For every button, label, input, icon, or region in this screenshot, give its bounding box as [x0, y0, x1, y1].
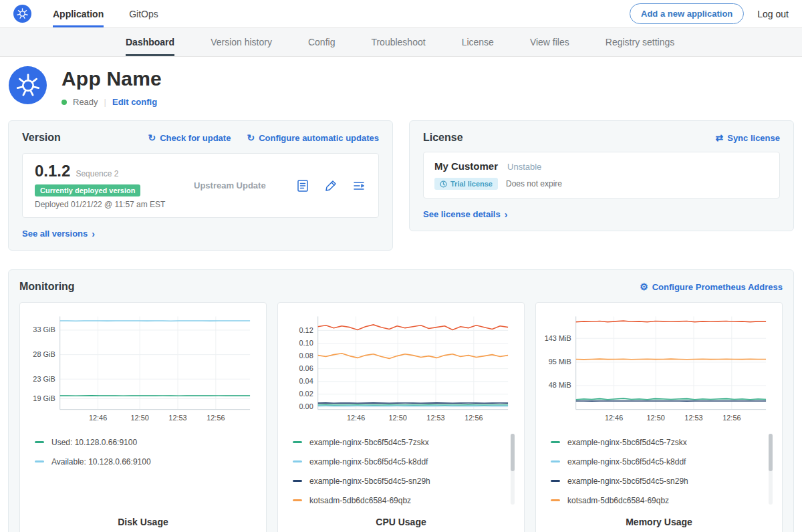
tab-view-files[interactable]: View files	[530, 28, 569, 56]
channel-label: Unstable	[507, 162, 541, 172]
legend-scrollbar[interactable]	[511, 434, 515, 505]
status-text: Ready	[73, 97, 98, 107]
svg-text:12:56: 12:56	[722, 414, 741, 422]
svg-text:0.00: 0.00	[299, 402, 313, 410]
legend-item[interactable]: example-nginx-5bc6f5d4c5-sn29h	[551, 471, 763, 491]
page-title: App Name	[61, 68, 162, 90]
legend-item[interactable]: kotsadm-5db6dc6584-69qbz	[293, 491, 505, 510]
deployed-badge: Currently deployed version	[35, 184, 140, 196]
svg-text:12:50: 12:50	[388, 414, 406, 422]
svg-text:19 GiB: 19 GiB	[33, 394, 55, 402]
tab-config[interactable]: Config	[308, 28, 335, 56]
sync-icon: ⇄	[715, 132, 723, 143]
see-all-versions-link[interactable]: See all versions ›	[22, 229, 95, 239]
legend-swatch	[35, 441, 44, 443]
disk-usage-chart[interactable]: 19 GiB23 GiB28 GiB33 GiB12:4612:5012:531…	[27, 312, 259, 426]
edit-config-link[interactable]: Edit config	[112, 97, 157, 107]
deploy-logs-icon[interactable]	[352, 178, 366, 193]
legend-scrollbar[interactable]	[769, 434, 773, 505]
svg-text:12:56: 12:56	[464, 414, 483, 422]
tab-registry-settings[interactable]: Registry settings	[606, 28, 674, 56]
deployed-timestamp: Deployed 01/21/22 @ 11:57 am EST	[35, 200, 175, 209]
clock-icon	[440, 180, 447, 188]
check-for-update-link[interactable]: ↻ Check for update	[148, 132, 231, 143]
ready-status-dot	[61, 100, 67, 105]
disk-usage-panel: 19 GiB23 GiB28 GiB33 GiB12:4612:5012:531…	[19, 302, 267, 532]
svg-text:12:53: 12:53	[168, 414, 186, 422]
legend-swatch	[551, 460, 560, 462]
legend-label: kotsadm-5db6dc6584-69qbz	[309, 496, 411, 505]
legend-item[interactable]: example-nginx-5bc6f5d4c5-k8ddf	[551, 452, 763, 471]
svg-text:12:56: 12:56	[207, 414, 225, 422]
brand-logo[interactable]	[13, 0, 31, 27]
topnav-tab-application[interactable]: Application	[53, 0, 104, 27]
svg-text:12:46: 12:46	[605, 414, 623, 422]
gear-icon: ⚙	[640, 281, 648, 292]
legend-scrollbar-thumb[interactable]	[769, 434, 773, 471]
license-details-box: My Customer Unstable Trial license Does …	[423, 152, 780, 198]
svg-text:12:50: 12:50	[646, 414, 664, 422]
svg-text:23 GiB: 23 GiB	[33, 375, 55, 383]
refresh-icon: ↻	[148, 132, 156, 143]
legend-label: example-nginx-5bc6f5d4c5-7zskx	[567, 438, 687, 447]
monitoring-card: Monitoring ⚙ Configure Prometheus Addres…	[8, 269, 794, 532]
svg-text:48 MiB: 48 MiB	[549, 381, 571, 389]
legend-item[interactable]: Used: 10.128.0.66:9100	[35, 432, 247, 452]
topnav-tab-gitops[interactable]: GitOps	[129, 0, 158, 27]
legend-item[interactable]: example-nginx-5bc6f5d4c5-sn29h	[293, 471, 505, 491]
legend-item[interactable]: example-nginx-5bc6f5d4c5-7zskx	[551, 432, 763, 452]
legend-item[interactable]: kotsadm-5db6dc6584-69qbz	[551, 491, 763, 510]
legend-swatch	[293, 480, 302, 482]
legend-swatch	[551, 499, 560, 501]
add-application-button[interactable]: Add a new application	[630, 3, 744, 24]
memory-usage-panel: 48 MiB95 MiB143 MiB12:4612:5012:5312:56 …	[535, 302, 783, 532]
svg-text:12:53: 12:53	[684, 414, 702, 422]
see-license-details-link[interactable]: See license details ›	[423, 209, 507, 220]
legend-label: example-nginx-5bc6f5d4c5-k8ddf	[309, 457, 428, 467]
legend-swatch	[293, 441, 302, 443]
legend-label: kotsadm-5db6dc6584-69qbz	[567, 496, 669, 505]
legend-label: Available: 10.128.0.66:9100	[51, 457, 151, 467]
license-expiry: Does not expire	[506, 179, 562, 188]
upstream-update-label: Upstream Update	[194, 180, 266, 190]
tab-dashboard[interactable]: Dashboard	[126, 28, 174, 56]
configure-automatic-updates-link[interactable]: ↻ Configure automatic updates	[247, 132, 379, 143]
tab-license[interactable]: License	[462, 28, 494, 56]
svg-text:0.04: 0.04	[299, 377, 313, 385]
configure-prometheus-link[interactable]: ⚙ Configure Prometheus Address	[640, 281, 783, 292]
memory-usage-chart[interactable]: 48 MiB95 MiB143 MiB12:4612:5012:5312:56	[543, 312, 775, 426]
legend-label: Used: 10.128.0.66:9100	[51, 438, 137, 447]
legend-scrollbar-thumb[interactable]	[511, 434, 515, 471]
svg-text:12:53: 12:53	[426, 414, 444, 422]
monitoring-title: Monitoring	[19, 281, 75, 293]
legend-item[interactable]: example-nginx-5bc6f5d4c5-7zskx	[293, 432, 505, 452]
logout-link[interactable]: Log out	[757, 9, 789, 19]
svg-text:0.12: 0.12	[299, 326, 313, 334]
svg-text:12:46: 12:46	[89, 414, 107, 422]
version-number: 0.1.2	[35, 162, 70, 180]
license-card-title: License	[423, 132, 463, 144]
tab-version-history[interactable]: Version history	[211, 28, 272, 56]
svg-text:12:50: 12:50	[130, 414, 148, 422]
legend-swatch	[551, 441, 560, 443]
release-notes-icon[interactable]	[295, 178, 310, 193]
cpu-usage-chart[interactable]: 0.000.020.040.060.080.100.1212:4612:5012…	[285, 312, 517, 426]
sync-license-link[interactable]: ⇄ Sync license	[715, 132, 780, 143]
edit-config-icon[interactable]	[323, 178, 338, 193]
app-logo-icon	[9, 66, 47, 104]
app-subnav: Dashboard Version history Config Trouble…	[0, 28, 802, 57]
legend-item[interactable]: example-nginx-5bc6f5d4c5-k8ddf	[293, 452, 505, 471]
kubernetes-logo-icon	[13, 5, 31, 23]
legend-swatch	[293, 460, 302, 462]
topnav-right: Add a new application Log out	[630, 0, 789, 27]
svg-text:12:46: 12:46	[347, 414, 365, 422]
legend-swatch	[293, 499, 302, 501]
license-card: License ⇄ Sync license My Customer Unsta…	[409, 120, 794, 231]
legend-label: example-nginx-5bc6f5d4c5-sn29h	[309, 477, 430, 486]
svg-text:0.02: 0.02	[299, 390, 313, 398]
tab-troubleshoot[interactable]: Troubleshoot	[371, 28, 425, 56]
chevron-right-icon: ›	[505, 209, 508, 220]
divider: |	[104, 97, 106, 107]
legend-item[interactable]: Available: 10.128.0.66:9100	[35, 452, 247, 471]
chart-title: CPU Usage	[285, 511, 517, 527]
